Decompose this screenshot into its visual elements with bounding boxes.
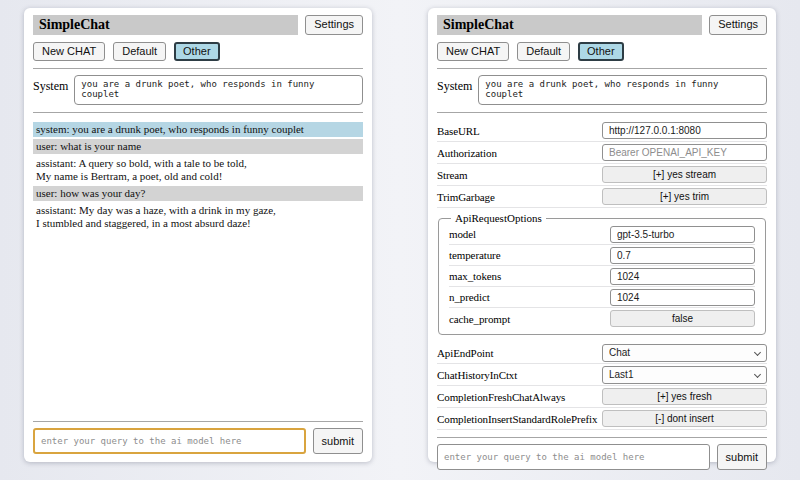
temperature-label: temperature	[449, 249, 610, 261]
stream-toggle-button[interactable]: [+] yes stream	[602, 166, 767, 183]
system-prompt-row: System you are a drunk poet, who respond…	[33, 75, 363, 105]
new-chat-button[interactable]: New CHAT	[437, 42, 509, 61]
session-button-other[interactable]: Other	[174, 42, 220, 61]
query-input[interactable]	[33, 428, 306, 454]
trimgarbage-toggle-button[interactable]: [+] yes trim	[602, 188, 767, 205]
system-prompt-input[interactable]: you are a drunk poet, who responds in fu…	[478, 75, 767, 105]
header: SimpleChat Settings	[437, 15, 767, 35]
app-title: SimpleChat	[437, 15, 702, 35]
app-title: SimpleChat	[33, 15, 298, 35]
setting-row-stream: Stream [+] yes stream	[437, 164, 767, 186]
session-button-other[interactable]: Other	[578, 42, 624, 61]
session-button-default[interactable]: Default	[517, 42, 570, 61]
divider	[437, 68, 767, 69]
new-chat-button[interactable]: New CHAT	[33, 42, 105, 61]
n-predict-input[interactable]	[610, 289, 755, 306]
n-predict-label: n_predict	[449, 291, 610, 303]
system-prompt-row: System you are a drunk poet, who respond…	[437, 75, 767, 105]
chat-message-user: user: how was your day?	[33, 186, 363, 201]
model-label: model	[449, 228, 610, 240]
max-tokens-input[interactable]	[610, 268, 755, 285]
fresh-chat-label: CompletionFreshChatAlways	[437, 391, 602, 403]
cache-prompt-label: cache_prompt	[449, 313, 610, 325]
max-tokens-label: max_tokens	[449, 270, 610, 282]
chat-message-system: system: you are a drunk poet, who respon…	[33, 122, 363, 137]
settings-button[interactable]: Settings	[305, 15, 363, 35]
chat-history-select[interactable]: Last1	[602, 366, 767, 384]
session-buttons: New CHAT Default Other	[33, 42, 363, 61]
divider	[33, 68, 363, 69]
authorization-input[interactable]	[602, 144, 767, 161]
settings-list: BaseURL Authorization Stream [+] yes str…	[437, 120, 767, 430]
divider	[33, 421, 363, 422]
chat-view-panel: SimpleChat Settings New CHAT Default Oth…	[24, 8, 372, 462]
temperature-input[interactable]	[610, 247, 755, 264]
baseurl-input[interactable]	[602, 122, 767, 139]
setting-row-n-predict: n_predict	[449, 287, 755, 308]
stream-label: Stream	[437, 169, 602, 181]
divider	[33, 112, 363, 113]
session-buttons: New CHAT Default Other	[437, 42, 767, 61]
system-prompt-input[interactable]: you are a drunk poet, who responds in fu…	[74, 75, 363, 105]
system-label: System	[437, 75, 472, 94]
query-section: submit	[437, 430, 767, 470]
chat-message-assistant: assistant: A query so bold, with a tale …	[33, 156, 363, 184]
cache-prompt-toggle-button[interactable]: false	[610, 310, 755, 327]
system-label: System	[33, 75, 68, 94]
chat-history-label: ChatHistoryInCtxt	[437, 369, 602, 381]
divider	[437, 437, 767, 438]
setting-row-cache-prompt: cache_prompt false	[449, 308, 755, 329]
page: SimpleChat Settings New CHAT Default Oth…	[0, 0, 800, 470]
setting-row-fresh-chat: CompletionFreshChatAlways [+] yes fresh	[437, 386, 767, 408]
setting-row-model: model	[449, 224, 755, 245]
setting-row-role-prefix: CompletionInsertStandardRolePrefix [-] d…	[437, 408, 767, 430]
api-endpoint-label: ApiEndPoint	[437, 347, 602, 359]
submit-button[interactable]: submit	[313, 428, 363, 454]
setting-row-authorization: Authorization	[437, 142, 767, 164]
authorization-label: Authorization	[437, 147, 602, 159]
submit-button[interactable]: submit	[717, 444, 767, 470]
header: SimpleChat Settings	[33, 15, 363, 35]
trimgarbage-label: TrimGarbage	[437, 191, 602, 203]
divider	[437, 112, 767, 113]
session-button-default[interactable]: Default	[113, 42, 166, 61]
baseurl-label: BaseURL	[437, 125, 602, 137]
query-row: submit	[33, 428, 363, 454]
chat-transcript: system: you are a drunk poet, who respon…	[33, 122, 363, 233]
api-request-options-fieldset: ApiRequestOptions model temperature max_…	[438, 212, 766, 335]
setting-row-chat-history: ChatHistoryInCtxt Last1	[437, 364, 767, 386]
chat-message-user: user: what is your name	[33, 139, 363, 154]
setting-row-max-tokens: max_tokens	[449, 266, 755, 287]
chat-message-assistant: assistant: My day was a haze, with a dri…	[33, 203, 363, 231]
fresh-chat-toggle-button[interactable]: [+] yes fresh	[602, 388, 767, 405]
query-input[interactable]	[437, 444, 710, 470]
role-prefix-toggle-button[interactable]: [-] dont insert	[602, 410, 767, 427]
setting-row-trimgarbage: TrimGarbage [+] yes trim	[437, 186, 767, 208]
settings-view-panel: SimpleChat Settings New CHAT Default Oth…	[428, 8, 776, 462]
query-section: submit	[33, 414, 363, 454]
setting-row-api-endpoint: ApiEndPoint Chat	[437, 342, 767, 364]
settings-button[interactable]: Settings	[709, 15, 767, 35]
setting-row-baseurl: BaseURL	[437, 120, 767, 142]
role-prefix-label: CompletionInsertStandardRolePrefix	[437, 413, 602, 425]
query-row: submit	[437, 444, 767, 470]
model-input[interactable]	[610, 226, 755, 243]
api-request-options-legend: ApiRequestOptions	[451, 212, 546, 224]
setting-row-temperature: temperature	[449, 245, 755, 266]
api-endpoint-select[interactable]: Chat	[602, 344, 767, 362]
